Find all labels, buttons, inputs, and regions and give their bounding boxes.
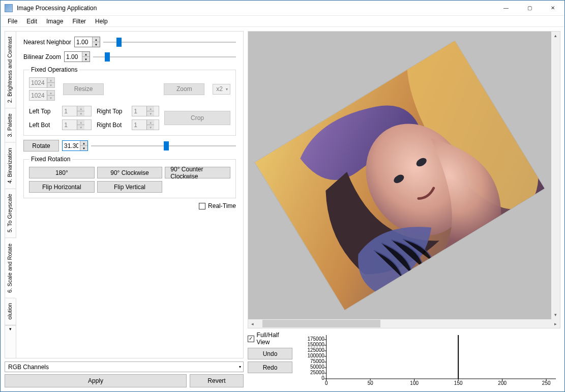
chevron-down-icon: ▾ <box>239 365 241 369</box>
full-half-view-label: Full/Half View <box>257 331 292 346</box>
histogram-chart: 0 25000 50000 75000 100000 125000 150000… <box>296 331 560 387</box>
side-tabs: ▾ olution 6. Scale and Rotate 5. To Grey… <box>5 32 16 358</box>
menu-filter[interactable]: Filter <box>68 17 90 26</box>
svg-text:250: 250 <box>542 380 551 386</box>
svg-text:100000: 100000 <box>308 353 325 358</box>
rotate-180-button[interactable]: 180° <box>29 167 95 178</box>
zoom-factor-select: x2▾ <box>213 84 230 95</box>
svg-text:25000: 25000 <box>310 370 324 375</box>
svg-text:50: 50 <box>368 380 374 386</box>
lb-label: Left Bot <box>29 122 57 129</box>
tab-brightness-contrast[interactable]: 2. Brightness and Contrast <box>5 32 16 108</box>
bilinear-step-up[interactable]: ▲ <box>82 52 90 57</box>
rotate-step-down[interactable]: ▼ <box>80 146 87 150</box>
svg-text:200: 200 <box>498 380 507 386</box>
redo-button[interactable]: Redo <box>248 361 292 373</box>
rotate-button[interactable]: Rotate <box>23 140 59 152</box>
bilinear-step-down[interactable]: ▼ <box>82 57 90 62</box>
checkbox-icon: ✓ <box>248 336 254 342</box>
svg-text:100: 100 <box>410 380 419 386</box>
fixed-operations-legend: Fixed Operations <box>29 66 79 73</box>
revert-button[interactable]: Revert <box>190 374 244 387</box>
menu-help[interactable]: Help <box>91 17 112 26</box>
rt-spinner: ▲▼ <box>132 106 159 116</box>
zoom-button: Zoom <box>164 83 204 95</box>
checkbox-icon <box>199 203 205 209</box>
svg-text:125000: 125000 <box>308 347 325 353</box>
svg-text:50000: 50000 <box>310 364 324 370</box>
bilinear-value-input[interactable] <box>65 52 82 62</box>
apply-button[interactable]: Apply <box>5 374 187 387</box>
bilinear-spinner[interactable]: ▲▼ <box>64 51 90 62</box>
svg-text:0: 0 <box>325 380 328 386</box>
rotate-value-input[interactable] <box>63 141 80 150</box>
lt-label: Left Top <box>29 108 57 115</box>
resize-button: Resize <box>63 83 104 95</box>
resize-height-spinner: ▲▼ <box>29 90 55 101</box>
window-maximize-button[interactable]: ▢ <box>518 1 541 15</box>
fixed-operations-group: Fixed Operations ▲▼ ▲▼ <box>23 66 236 136</box>
rotate-90ccw-button[interactable]: 90° Counter Clockwise <box>165 167 230 178</box>
bilinear-slider[interactable] <box>93 52 236 62</box>
bilinear-label: Bilinear Zoom <box>23 53 61 61</box>
undo-button[interactable]: Undo <box>248 348 292 359</box>
rb-spinner: ▲▼ <box>132 119 159 130</box>
svg-text:175000: 175000 <box>308 336 325 342</box>
tab-greyscale[interactable]: 5. To Greyscale <box>5 189 16 238</box>
window-title: Image Processing Application <box>17 5 494 12</box>
app-icon <box>5 4 13 12</box>
fixed-rotation-group: Fixed Rotation 180° 90° Clockwise 90° Co… <box>23 156 236 198</box>
h-scroll-thumb[interactable] <box>262 320 380 327</box>
vertical-scrollbar[interactable]: ▴ ▾ <box>551 32 560 319</box>
rt-label: Right Top <box>97 108 127 115</box>
svg-text:0: 0 <box>321 375 324 381</box>
zoom-factor-value: x2 <box>216 85 223 93</box>
full-half-view-checkbox[interactable]: ✓ Full/Half View <box>248 331 292 346</box>
nn-label: Nearest Neighbor <box>23 39 71 46</box>
preview-image <box>255 41 545 310</box>
menubar: File Edit Image Filter Help <box>1 16 564 27</box>
resize-height-input <box>29 91 47 100</box>
rotate-90cw-button[interactable]: 90° Clockwise <box>97 167 163 178</box>
channel-selector[interactable]: RGB Channels ▾ <box>5 361 244 372</box>
realtime-checkbox[interactable]: Real-Time <box>199 202 236 209</box>
rotate-slider[interactable] <box>91 141 236 151</box>
nn-step-down[interactable]: ▼ <box>93 42 100 47</box>
rotate-spinner[interactable]: ▲▼ <box>62 140 88 151</box>
scroll-down-icon[interactable]: ▾ <box>551 311 560 319</box>
scroll-left-icon[interactable]: ◂ <box>248 321 257 326</box>
svg-text:150: 150 <box>454 380 463 386</box>
rotate-step-up[interactable]: ▲ <box>80 141 87 146</box>
window-minimize-button[interactable]: — <box>494 1 518 15</box>
scroll-right-icon[interactable]: ▸ <box>551 321 560 326</box>
tab-scroll-down[interactable]: ▾ <box>5 325 16 333</box>
svg-text:150000: 150000 <box>308 342 325 347</box>
lb-spinner: ▲▼ <box>62 119 92 130</box>
resize-width-input <box>29 78 47 87</box>
window-close-button[interactable]: ✕ <box>541 1 564 15</box>
nn-slider[interactable] <box>103 37 236 47</box>
rb-label: Right Bot <box>97 122 127 129</box>
tab-palette[interactable]: 3. Palette <box>5 108 16 142</box>
tab-binarization[interactable]: 4. Binarization <box>5 143 16 189</box>
menu-image[interactable]: Image <box>42 17 67 26</box>
tab-extra[interactable]: olution <box>5 298 16 325</box>
fixed-rotation-legend: Fixed Rotation <box>29 156 72 163</box>
menu-edit[interactable]: Edit <box>22 17 41 26</box>
tab-scale-rotate[interactable]: 6. Scale and Rotate <box>5 238 16 298</box>
image-canvas[interactable] <box>248 32 551 319</box>
crop-button: Crop <box>164 111 230 125</box>
lt-spinner: ▲▼ <box>62 106 92 116</box>
flip-vertical-button[interactable]: Flip Vertical <box>97 181 163 193</box>
menu-file[interactable]: File <box>4 17 21 26</box>
flip-horizontal-button[interactable]: Flip Horizontal <box>29 181 95 193</box>
histogram-bar <box>458 335 459 379</box>
nn-value-input[interactable] <box>75 37 92 47</box>
realtime-label: Real-Time <box>208 202 236 209</box>
svg-text:75000: 75000 <box>310 358 324 364</box>
scroll-up-icon[interactable]: ▴ <box>551 32 560 40</box>
horizontal-scrollbar[interactable]: ◂ ▸ <box>248 319 560 328</box>
nn-step-up[interactable]: ▲ <box>93 37 100 42</box>
channel-selector-value: RGB Channels <box>8 364 49 371</box>
nn-spinner[interactable]: ▲▼ <box>74 37 100 47</box>
